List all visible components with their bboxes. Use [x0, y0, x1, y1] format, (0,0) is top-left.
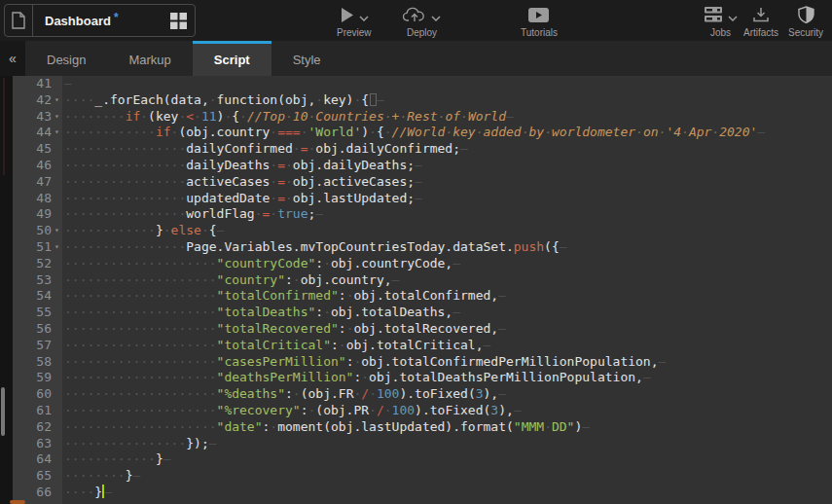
fold-slot [52, 451, 62, 468]
fold-slot [52, 272, 62, 289]
artifacts-label: Artifacts [743, 27, 778, 38]
newline-glyph: – [506, 109, 514, 124]
gutter-line-number: 66 [13, 485, 62, 501]
chevron-down-icon[interactable] [431, 16, 441, 21]
code-line[interactable]: ····················"totalDeaths":·obj.t… [64, 305, 832, 321]
code-line[interactable]: ····················"date":·moment(obj.l… [64, 419, 832, 436]
gutter-line-number: 50▾ [13, 223, 62, 239]
newline-glyph: – [498, 321, 506, 336]
code-line[interactable]: ················});– [64, 436, 832, 452]
tutorials-label: Tutorials [521, 27, 558, 38]
security-label: Security [788, 27, 823, 38]
preview-button[interactable]: Preview [337, 5, 372, 38]
fold-slot [52, 338, 62, 354]
newline-glyph: – [498, 288, 506, 303]
fold-slot [52, 288, 62, 305]
security-button[interactable]: Security [788, 5, 823, 38]
gutter-line-number: 41 [13, 76, 62, 92]
top-toolbar: Dashboard * Preview [0, 0, 832, 41]
view-tabs: Design Markup Script Style [25, 41, 343, 76]
code-line[interactable]: ················dailyConfirmed·=·obj.dai… [64, 141, 832, 158]
newline-glyph: – [582, 419, 590, 434]
code-line[interactable]: ········if·(key·<·11)·{·//Top·10·Countri… [64, 109, 832, 126]
code-line[interactable]: ····················"casesPerMillion":·o… [64, 354, 832, 371]
code-line[interactable]: ····}– [64, 485, 832, 501]
tab-script[interactable]: Script [193, 41, 271, 76]
code-line[interactable]: ····················"country":·obj.count… [64, 272, 832, 289]
newline-glyph: – [209, 436, 217, 450]
code-lines[interactable]: –····_.forEach(data,·function(obj,·key)·… [62, 76, 832, 504]
gutter-line-number: 64 [13, 451, 62, 468]
newline-glyph: – [217, 223, 225, 237]
project-selector[interactable]: Dashboard * [4, 4, 196, 37]
fold-slot [52, 141, 62, 158]
code-line[interactable]: ····_.forEach(data,·function(obj,·key)·{… [64, 92, 832, 109]
script-editor: 4142▾43▾44▾454647484950▾51▾5253545556575… [0, 76, 832, 504]
newline-glyph: – [104, 485, 112, 499]
code-line[interactable]: – [64, 76, 832, 92]
code-line[interactable]: ····················"totalCritical":·obj… [64, 338, 832, 354]
gutter-line-number: 43▾ [13, 109, 62, 126]
newline-glyph: – [415, 174, 422, 189]
code-line[interactable]: ········}– [64, 468, 832, 485]
editor-scrollbar-thumb[interactable] [1, 387, 5, 436]
code-line[interactable]: ············if·(obj.country·===·'World')… [64, 125, 832, 141]
tab-design[interactable]: Design [25, 41, 107, 76]
gutter-line-number: 63 [13, 436, 62, 452]
fold-slot [52, 370, 62, 386]
chevron-down-icon[interactable] [728, 16, 738, 21]
fold-slot [52, 256, 62, 272]
code-line[interactable]: ····················"countryCode":·obj.c… [64, 256, 832, 272]
gutter-line-number: 57 [13, 338, 62, 354]
tab-style[interactable]: Style [271, 41, 343, 76]
pages-grid-icon[interactable] [170, 13, 187, 29]
collapse-panel-button[interactable]: « [0, 41, 25, 76]
page-button[interactable] [5, 5, 33, 36]
newline-glyph: – [757, 125, 765, 139]
code-line[interactable]: ····················"totalRecovered":·ob… [64, 321, 832, 338]
newline-glyph: – [64, 76, 72, 90]
code-line[interactable]: ····················"%recovery":·(obj.PR… [64, 403, 832, 419]
code-line[interactable]: ····················"deathsPerMillion":·… [64, 370, 832, 386]
newline-glyph: – [163, 451, 171, 466]
artifacts-button[interactable]: Artifacts [743, 5, 778, 38]
preview-label: Preview [337, 27, 372, 38]
fold-arrow-icon[interactable]: ▾ [52, 239, 62, 256]
video-play-icon [528, 8, 549, 22]
chevron-down-icon[interactable] [359, 16, 369, 21]
fold-arrow-icon[interactable]: ▾ [52, 223, 62, 239]
bottom-left-marker [10, 500, 25, 504]
fold-slot [52, 174, 62, 191]
gutter-line-number: 58 [13, 354, 62, 371]
code-line[interactable]: ····················"totalConfirmed":·ob… [64, 288, 832, 305]
code-line[interactable]: ················activeCases·=·obj.active… [64, 174, 832, 191]
document-icon [11, 12, 26, 29]
newline-glyph: – [514, 403, 522, 417]
fold-slot [52, 354, 62, 371]
deploy-button[interactable]: Deploy [403, 5, 441, 38]
gutter-line-number: 48 [13, 191, 62, 207]
code-line[interactable]: ················worldFlag·=·true;– [64, 206, 832, 223]
jobs-button[interactable]: Jobs [704, 5, 738, 38]
gutter-line-number: 55 [13, 305, 62, 321]
code-line[interactable]: ················updatedDate·=·obj.lastUp… [64, 191, 832, 207]
fold-arrow-icon[interactable]: ▾ [52, 125, 62, 141]
code-line[interactable]: ····················"%deaths":·(obj.FR·/… [64, 386, 832, 403]
tab-markup[interactable]: Markup [107, 41, 192, 76]
fold-slot [52, 321, 62, 338]
code-line[interactable]: ············}·else·{– [64, 223, 832, 239]
editor-tabbar: « Design Markup Script Style [0, 41, 832, 76]
newline-glyph: – [498, 386, 506, 401]
fold-arrow-icon[interactable]: ▾ [52, 92, 62, 109]
newline-glyph: – [460, 141, 468, 156]
code-line[interactable]: ············}– [64, 451, 832, 468]
app-window: Dashboard * Preview [0, 0, 832, 504]
code-line[interactable]: ················dailyDeaths·=·obj.dailyD… [64, 158, 832, 174]
fold-arrow-icon[interactable]: ▾ [52, 109, 62, 126]
tutorials-button[interactable]: Tutorials [521, 5, 558, 38]
cloud-upload-icon [403, 7, 426, 23]
newline-glyph: – [452, 256, 460, 270]
server-stack-icon [704, 7, 723, 22]
code-line[interactable]: ················Page.Variables.mvTopCoun… [64, 239, 832, 256]
gutter-line-number: 47 [13, 174, 62, 191]
